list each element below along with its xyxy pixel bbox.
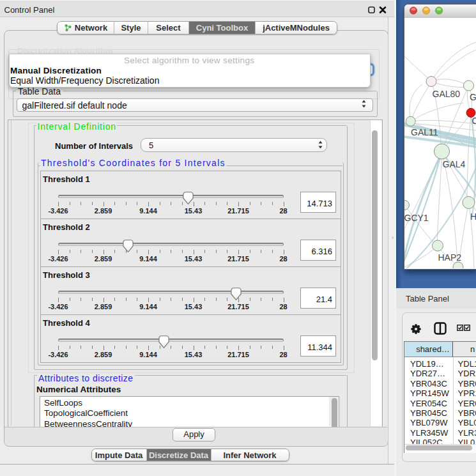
svg-text:GAL11: GAL11	[411, 127, 438, 137]
svg-text:HI: HI	[470, 211, 476, 222]
svg-text:GCY1: GCY1	[404, 213, 429, 223]
svg-text:HAP2: HAP2	[438, 252, 462, 263]
svg-text:C: C	[472, 116, 476, 126]
svg-text:GAL80: GAL80	[433, 89, 461, 99]
svg-text:GA: GA	[470, 92, 476, 102]
svg-text:GAL4: GAL4	[443, 159, 466, 169]
